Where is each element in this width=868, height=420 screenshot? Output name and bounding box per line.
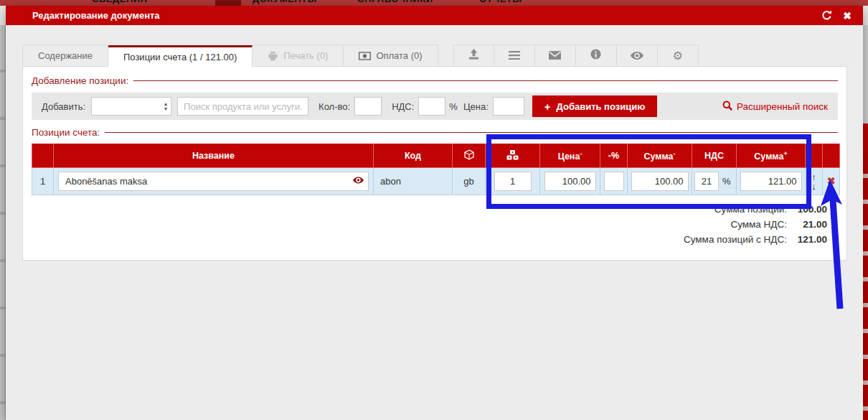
table-row: 1 abon gb [32, 168, 840, 195]
vat-percent-suffix: % [722, 176, 731, 187]
modal-body: Содержание Позиции счета (1 / 121.00) Пе… [6, 25, 863, 261]
eye-icon [631, 50, 643, 62]
move-up-button[interactable]: ↑ [806, 172, 822, 182]
invoice-positions-legend-label: Позиции счета: [32, 127, 100, 138]
advanced-search-link[interactable]: Расширенный поиск [722, 101, 828, 113]
total-label: Сумма НДС: [730, 217, 787, 232]
delete-row-button[interactable]: ✖ [827, 175, 836, 187]
row-delete-cell: ✖ [823, 168, 840, 195]
item-name-cell [54, 168, 374, 195]
total-label: Сумма позиций с НДС: [684, 232, 787, 247]
settings-button[interactable]: ⚙ [658, 45, 699, 67]
search-icon [722, 101, 732, 113]
menu-icon [509, 50, 520, 62]
tabs-row: Содержание Позиции счета (1 / 121.00) Пе… [22, 45, 847, 67]
table-header-row: Название Код [32, 144, 840, 168]
advanced-search-label: Расширенный поиск [737, 101, 828, 112]
plus-icon: + [544, 101, 551, 112]
totals-block: Сумма позиций: 100.00 Сумма НДС: 21.00 С… [32, 202, 827, 247]
package-icon [464, 152, 474, 162]
modal-header-actions: ✖ [821, 10, 852, 21]
tabs-gap [438, 45, 453, 67]
header-price: Цена- [540, 144, 600, 168]
mail-button[interactable] [535, 45, 576, 67]
item-unit: gb [453, 168, 486, 195]
add-position-legend: Добавление позиции: [32, 75, 838, 86]
info-icon [590, 49, 601, 62]
qty-label: Кол-во: [319, 101, 350, 112]
background-right-red-block [863, 123, 868, 152]
total-label: Сумма позиций: [714, 202, 787, 217]
mail-icon [549, 50, 561, 62]
item-sum-input[interactable] [631, 172, 689, 191]
content-panel: Добавление позиции: Добавить: ▴▾ Кол-во:… [22, 66, 847, 261]
invoice-items-table: Название Код [32, 144, 840, 195]
edit-document-modal: Редактирование документа ✖ Содержание По… [6, 6, 863, 420]
printer-icon [268, 51, 278, 61]
gear-icon: ⚙ [672, 50, 682, 62]
total-value: 21.00 [787, 217, 827, 232]
modal-header: Редактирование документа ✖ [6, 6, 863, 25]
header-sum-with-vat: Сумма+ [737, 144, 806, 168]
sort-icon: ▴▾ [164, 101, 167, 111]
header-unit [453, 144, 486, 168]
item-price-input[interactable] [544, 172, 596, 191]
info-button[interactable] [576, 45, 617, 67]
row-reorder-cell: ↑ ↓ [806, 168, 823, 195]
invoice-positions-legend: Позиции счета: [32, 127, 838, 138]
tab-payment[interactable]: Оплата (0) [344, 45, 438, 67]
total-value: 100.00 [787, 202, 827, 217]
upload-icon [468, 49, 479, 62]
header-vat: НДС [692, 144, 737, 168]
qty-input[interactable] [354, 97, 382, 116]
tab-payment-label: Оплата (0) [376, 45, 422, 66]
vat-input[interactable] [418, 97, 445, 116]
add-position-button[interactable]: + Добавить позицию [532, 95, 658, 117]
close-icon[interactable]: ✖ [843, 11, 852, 21]
price-label: Цена: [463, 101, 489, 112]
total-value: 121.00 [787, 232, 827, 247]
vat-label: НДС: [392, 101, 414, 112]
add-position-bar: Добавить: ▴▾ Кол-во: НДС: % Цена: [32, 93, 838, 120]
background-menubar: СВЕДЕНИЯ ДОКУМЕНТЫ СПРАВОЧНИКИ ОТЧЕТЫ [0, 0, 868, 6]
background-right-rows [863, 152, 868, 420]
preview-button[interactable] [617, 45, 658, 67]
price-input[interactable] [493, 97, 524, 116]
tab-print-label: Печать (0) [283, 45, 328, 66]
header-empty [32, 144, 54, 168]
add-position-legend-label: Добавление позиции: [32, 75, 128, 86]
header-actions [806, 144, 823, 168]
item-qty-input[interactable] [494, 172, 532, 191]
eye-icon[interactable] [353, 177, 364, 184]
product-search-input[interactable] [177, 97, 308, 116]
item-discount-input[interactable] [604, 172, 624, 191]
background-menu-item: ДОКУМЕНТЫ [253, 0, 317, 4]
add-position-button-label: Добавить позицию [557, 101, 646, 112]
tab-print[interactable]: Печать (0) [253, 45, 344, 67]
item-sum-with-vat-input[interactable] [740, 172, 802, 191]
header-name: Название [54, 144, 374, 168]
tab-invoice-positions[interactable]: Позиции счета (1 / 121.00) [108, 45, 253, 67]
tab-content[interactable]: Содержание [22, 45, 108, 67]
total-row-positions: Сумма позиций: 100.00 [32, 202, 827, 217]
refresh-icon[interactable] [821, 10, 832, 21]
header-discount: -% [600, 144, 628, 168]
item-name-input[interactable] [58, 172, 369, 191]
header-code: Код [374, 144, 453, 168]
background-menu-highlight [215, 0, 241, 6]
background-menu-item: ОТЧЕТЫ [479, 0, 522, 4]
page: СВЕДЕНИЯ ДОКУМЕНТЫ СПРАВОЧНИКИ ОТЧЕТЫ Ре… [0, 0, 868, 420]
item-price-cell [540, 168, 600, 195]
add-type-select[interactable]: ▴▾ [91, 97, 171, 116]
background-menu-item: СПРАВОЧНИКИ [357, 0, 433, 4]
item-qty-cell [486, 168, 540, 195]
header-qty [486, 144, 540, 168]
move-down-button[interactable]: ↓ [806, 182, 822, 191]
total-row-vat: Сумма НДС: 21.00 [32, 217, 827, 232]
item-vat-input[interactable] [694, 172, 719, 191]
upload-button[interactable] [453, 45, 494, 67]
banknote-icon [359, 52, 371, 60]
menu-button[interactable] [494, 45, 535, 67]
background-left-strip [0, 25, 6, 420]
background-right-strip [863, 25, 868, 420]
